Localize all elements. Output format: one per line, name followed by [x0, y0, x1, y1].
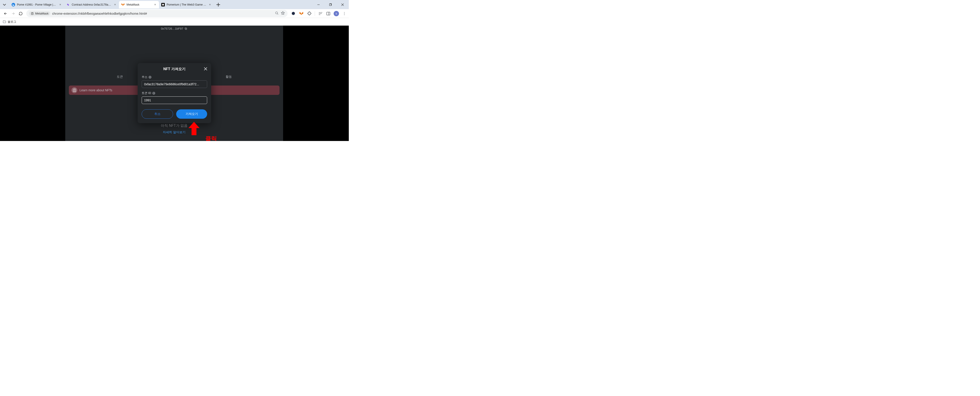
- profile-initial: s: [336, 12, 337, 15]
- import-button[interactable]: 가져오기: [176, 109, 207, 119]
- browser-toolbar: MetaMask chrome-extension://nkbihfbeogae…: [0, 9, 349, 18]
- tokenid-input[interactable]: [142, 97, 207, 104]
- menu-kebab-icon[interactable]: [342, 11, 347, 16]
- info-icon[interactable]: i: [148, 76, 151, 79]
- side-panel-icon[interactable]: [326, 11, 331, 16]
- svg-point-9: [344, 13, 345, 14]
- svg-rect-7: [327, 12, 330, 15]
- extension-icons: s: [291, 11, 347, 16]
- back-button[interactable]: [2, 10, 10, 17]
- address-bar-url: chrome-extension://nkbihfbeogaeaoehlefnk…: [52, 12, 275, 15]
- browser-tab-contract[interactable]: Contract Address 0xfac3178a9...: [64, 1, 119, 8]
- metamask-icon: [121, 3, 125, 6]
- tokenid-label: 토큰 ID i: [142, 91, 207, 95]
- nft-import-modal: NFT 가져오기 주소 i 토큰 ID i 취소 가져오기: [138, 63, 211, 123]
- site-chip-label: MetaMask: [35, 12, 49, 15]
- minimize-button[interactable]: [313, 2, 323, 8]
- zoom-icon[interactable]: [275, 11, 278, 16]
- tab-search-caret[interactable]: [2, 2, 7, 7]
- address-input[interactable]: [142, 80, 207, 88]
- pomerium-icon: [161, 3, 165, 6]
- svg-rect-12: [185, 28, 187, 29]
- svg-point-6: [275, 12, 277, 14]
- folder-icon: [3, 20, 6, 24]
- browser-tab-title: Pome #1991 - Pome Village | C...: [17, 3, 57, 6]
- site-chip[interactable]: MetaMask: [29, 11, 50, 16]
- svg-point-8: [344, 12, 345, 13]
- metamask-extension-icon[interactable]: [299, 11, 304, 16]
- tab-close-icon[interactable]: [153, 3, 157, 6]
- window-controls: [313, 2, 347, 8]
- wallet-address-text: 0x75726…1bF97: [161, 27, 183, 30]
- address-field-group: 주소 i: [138, 75, 211, 88]
- cancel-button[interactable]: 취소: [142, 109, 173, 119]
- svg-point-0: [11, 3, 15, 6]
- browser-tab-pomerium[interactable]: Pomerium | The Web3 Game P...: [159, 1, 214, 8]
- svg-point-2: [162, 4, 164, 6]
- modal-title: NFT 가져오기: [163, 67, 186, 72]
- media-controls-icon[interactable]: [318, 11, 323, 16]
- bookmark-label[interactable]: 블로그: [8, 20, 16, 24]
- address-label-text: 주소: [142, 75, 148, 79]
- tab-close-icon[interactable]: [113, 3, 117, 6]
- book-icon: [72, 87, 77, 93]
- profile-avatar[interactable]: s: [334, 11, 339, 16]
- svg-point-10: [344, 14, 345, 15]
- wallet-address[interactable]: 0x75726…1bF97: [65, 27, 283, 30]
- modal-header: NFT 가져오기: [138, 63, 211, 75]
- nft-placeholder-link[interactable]: 자세히 알아보기: [163, 130, 186, 134]
- tab-close-icon[interactable]: [208, 3, 212, 6]
- forward-button[interactable]: [10, 10, 17, 17]
- nft-banner-text: Learn more about NFTs: [80, 88, 112, 92]
- info-icon[interactable]: i: [152, 92, 155, 95]
- browser-tab-title: Pomerium | The Web3 Game P...: [167, 3, 206, 6]
- bookmark-bar: 블로그: [0, 18, 349, 25]
- browser-tab-metamask[interactable]: MetaMask: [119, 1, 159, 8]
- polygonscan-icon: [66, 3, 70, 6]
- address-bar[interactable]: MetaMask chrome-extension://nkbihfbeogae…: [26, 10, 288, 17]
- bookmark-star-icon[interactable]: [281, 11, 285, 16]
- extensions-puzzle-icon[interactable]: [307, 11, 312, 16]
- copy-icon[interactable]: [185, 27, 187, 30]
- reload-button[interactable]: [17, 10, 24, 17]
- nft-placeholder-title: 아직 NFT가 없음: [161, 123, 188, 128]
- browser-tab-title: Contract Address 0xfac3178a9...: [72, 3, 111, 6]
- tab-close-icon[interactable]: [58, 3, 62, 6]
- tokenid-field-group: 토큰 ID i: [138, 91, 211, 104]
- page-content: 0x75726…1bF97 토큰 활동 Learn more about NFT…: [0, 25, 349, 141]
- tokenid-label-text: 토큰 ID: [142, 91, 151, 95]
- browser-tab-pome[interactable]: Pome #1991 - Pome Village | C...: [10, 1, 64, 8]
- address-label: 주소 i: [142, 75, 207, 79]
- maximize-button[interactable]: [326, 2, 336, 8]
- browser-tab-title: MetaMask: [127, 3, 151, 6]
- browser-tabstrip: Pome #1991 - Pome Village | C... Contrac…: [0, 0, 349, 9]
- new-tab-button[interactable]: [215, 2, 221, 8]
- modal-close-button[interactable]: [203, 66, 208, 71]
- svg-rect-11: [186, 28, 187, 29]
- modal-actions: 취소 가져오기: [138, 107, 211, 119]
- extension-hexagon-icon[interactable]: [291, 11, 296, 16]
- svg-rect-4: [329, 4, 331, 6]
- opensea-icon: [11, 3, 15, 6]
- close-window-button[interactable]: [338, 2, 347, 8]
